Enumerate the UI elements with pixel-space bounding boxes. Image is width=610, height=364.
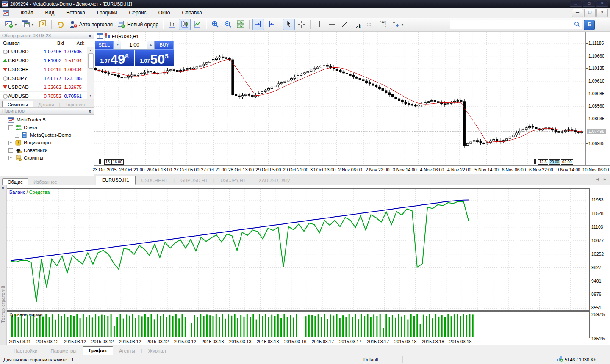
scroll-down-icon[interactable]: ▼ xyxy=(87,93,94,99)
buy-price[interactable]: 1.07 50 5 xyxy=(135,50,174,66)
column-symbol[interactable]: Символ xyxy=(0,41,42,46)
margin-chart[interactable]: Уровень маржи xyxy=(7,311,590,338)
line-chart-button[interactable] xyxy=(191,19,203,30)
mql5-community-button[interactable]: 5 xyxy=(584,20,595,30)
profiles-button[interactable]: ▼ xyxy=(20,19,36,30)
market-watch-row[interactable]: AUDUSD0.705520.70561 xyxy=(0,92,94,99)
tree-item-Советники[interactable]: +Советники xyxy=(0,146,94,154)
tree-item-MetaTrader 5[interactable]: MetaTrader 5 xyxy=(0,116,94,124)
chart-restore-button[interactable]: ❐ xyxy=(584,9,596,17)
expand-icon[interactable]: + xyxy=(15,133,19,138)
cursor-button[interactable] xyxy=(283,19,295,30)
menu-Справка[interactable]: Справка xyxy=(176,8,208,17)
market-watch-row[interactable]: EURUSD1.074981.07505 xyxy=(0,47,94,56)
market-watch-row[interactable]: USDJPY123.177123.185 xyxy=(0,74,94,83)
auto-trading-button[interactable]: Авто-торговля xyxy=(67,19,114,30)
menu-Сервис[interactable]: Сервис xyxy=(123,8,152,17)
dropdown-arrow-icon[interactable]: ▼ xyxy=(31,23,34,27)
search-icon[interactable] xyxy=(574,21,580,28)
tester-tab-Параметры[interactable]: Параметры xyxy=(44,347,82,355)
time-axis[interactable]: 23 Oct 201523 Oct 21:0026 Oct 13:0027 Oc… xyxy=(94,165,610,174)
chart-tab-GBPUSD,H1[interactable]: GBPUSD,H1 xyxy=(175,176,214,185)
dropdown-arrow-icon[interactable]: ▼ xyxy=(14,23,17,27)
chart-minimize-button[interactable]: — xyxy=(572,9,583,17)
column-bid[interactable]: Bid xyxy=(42,41,64,46)
tile-windows-button[interactable] xyxy=(235,19,247,30)
tree-item-Индикаторы[interactable]: +fИндикаторы xyxy=(0,139,94,146)
tree-item-Скрипты[interactable]: +Скрипты xyxy=(0,154,94,162)
market-watch-close-icon[interactable]: x xyxy=(88,33,92,38)
scrollbar-thumb[interactable] xyxy=(88,53,94,69)
tester-close-icon[interactable]: ✕ xyxy=(1,186,5,190)
chart-tab-XAUUSD,Daily[interactable]: XAUUSD,Daily xyxy=(253,176,296,185)
market-watch-row[interactable]: GBPUSD1.510921.51104 xyxy=(0,56,94,65)
indicators-icon: f xyxy=(15,139,22,146)
chart-close-button[interactable]: ✕ xyxy=(596,9,608,17)
price-axis[interactable]: 1.111851.106601.101351.096101.090851.085… xyxy=(585,32,610,165)
volume-increase-icon[interactable]: ▲ xyxy=(147,41,154,49)
depth-of-market-icon[interactable] xyxy=(104,33,111,39)
menu-Вставка[interactable]: Вставка xyxy=(60,8,91,17)
equidistant-channel-icon: E xyxy=(353,20,362,29)
candles-chart-button[interactable] xyxy=(179,19,191,30)
tester-tab-Агенты[interactable]: Агенты xyxy=(113,347,141,355)
buy-button[interactable]: BUY xyxy=(155,41,174,50)
collapse-icon[interactable]: − xyxy=(8,125,13,130)
crosshair-button[interactable] xyxy=(296,19,308,30)
chart-shift-button[interactable] xyxy=(265,19,277,30)
market-watch-row[interactable]: USDCAD1.326621.32675 xyxy=(0,83,94,92)
symbols-button[interactable]: $ xyxy=(37,19,49,30)
zoom-out-button[interactable] xyxy=(222,19,234,30)
expand-icon[interactable]: + xyxy=(8,156,13,160)
volume-decrease-icon[interactable]: ▼ xyxy=(114,41,121,49)
tree-item-Счета[interactable]: −Счета xyxy=(0,124,94,131)
chart-area[interactable]: 1.111851.106601.101351.096101.090851.085… xyxy=(94,32,610,185)
dropdown-arrow-icon[interactable]: ▼ xyxy=(401,23,404,27)
menu-Окно[interactable]: Окно xyxy=(152,8,176,17)
menu-Вид[interactable]: Вид xyxy=(39,8,61,17)
balance-chart[interactable]: Баланс / Средства xyxy=(7,188,590,311)
time-marker: 13 xyxy=(104,159,111,165)
market-watch-scrollbar[interactable]: ▲ ▼ xyxy=(87,47,94,99)
trend-line-button[interactable] xyxy=(339,19,351,30)
tester-tab-Настройки[interactable]: Настройки xyxy=(8,347,43,355)
chart-tab-USDJPY,H1[interactable]: USDJPY,H1 xyxy=(215,176,252,185)
vertical-line-button[interactable] xyxy=(313,19,325,30)
navigator-close-icon[interactable]: x xyxy=(88,109,92,113)
new-chart-button[interactable]: ▼ xyxy=(3,19,19,30)
arrows-button[interactable]: ▼ xyxy=(390,19,406,30)
market-watch-row[interactable]: USDCHF1.004181.00434 xyxy=(0,65,94,74)
tree-item-MetaQuotes-Demo[interactable]: +MetaQuotes-Demo xyxy=(0,131,94,139)
sell-button[interactable]: SELL xyxy=(95,41,114,50)
tabs-scroll-right-icon[interactable]: ▶ xyxy=(602,176,608,183)
new-order-button[interactable]: Новый ордер xyxy=(115,19,160,30)
window-close-button[interactable]: ✕ xyxy=(596,1,608,7)
tester-tab-График[interactable]: График xyxy=(83,346,113,355)
auto-scroll-button[interactable] xyxy=(252,19,264,30)
column-ask[interactable]: Ask xyxy=(64,41,86,46)
history-center-button[interactable] xyxy=(55,19,67,30)
expand-icon[interactable]: + xyxy=(8,148,13,153)
tabs-scroll-left-icon[interactable]: ◀ xyxy=(594,176,601,183)
volume-value[interactable]: 1.00 xyxy=(121,41,147,49)
text-label-button[interactable]: T xyxy=(377,19,389,30)
status-profile[interactable]: Default xyxy=(360,356,402,363)
chart-tab-USDCHF,H1[interactable]: USDCHF,H1 xyxy=(136,176,174,185)
sell-price[interactable]: 1.07 49 8 xyxy=(95,50,134,66)
window-maximize-button[interactable]: ▢ xyxy=(583,1,595,7)
window-minimize-button[interactable]: ▁ xyxy=(570,1,582,7)
tester-tab-Журнал[interactable]: Журнал xyxy=(142,347,172,355)
menu-Графики[interactable]: Графики xyxy=(91,8,123,17)
chart-tab-EURUSD,H1[interactable]: EURUSD,H1 xyxy=(96,176,136,185)
zoom-in-button[interactable] xyxy=(209,19,221,30)
one-click-panel-icon[interactable] xyxy=(97,33,103,39)
menu-Файл[interactable]: Файл xyxy=(15,8,39,17)
status-cell xyxy=(493,356,523,363)
equidistant-channel-button[interactable]: E xyxy=(352,19,363,30)
bars-chart-button[interactable] xyxy=(166,19,178,30)
horizontal-line-button[interactable] xyxy=(326,19,338,30)
fibo-retracement-button[interactable]: F xyxy=(364,19,376,30)
search-input[interactable] xyxy=(450,20,574,28)
scroll-up-icon[interactable]: ▲ xyxy=(87,47,94,53)
expand-icon[interactable]: + xyxy=(8,141,13,145)
